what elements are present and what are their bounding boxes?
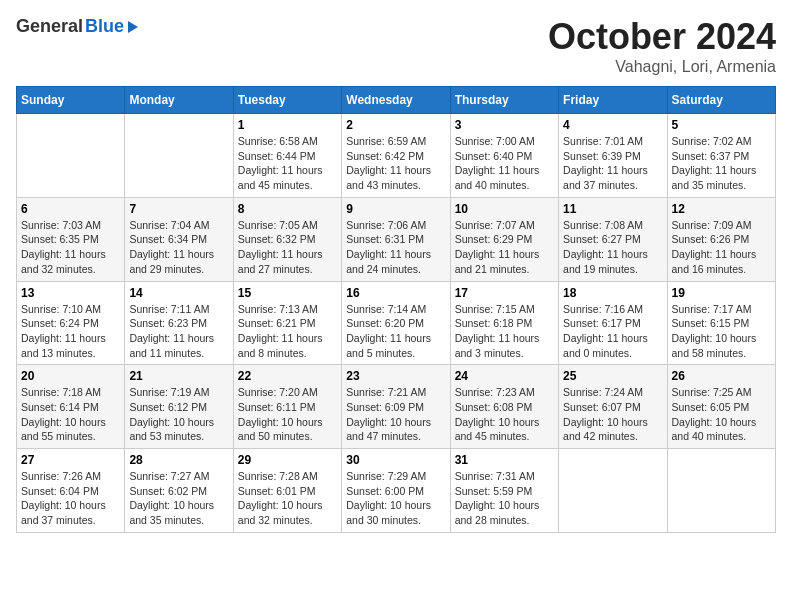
day-number: 14 (129, 286, 228, 300)
calendar-cell: 17Sunrise: 7:15 AMSunset: 6:18 PMDayligh… (450, 281, 558, 365)
day-number: 2 (346, 118, 445, 132)
location: Vahagni, Lori, Armenia (548, 58, 776, 76)
calendar-cell: 14Sunrise: 7:11 AMSunset: 6:23 PMDayligh… (125, 281, 233, 365)
day-number: 12 (672, 202, 771, 216)
day-info: Sunrise: 7:04 AMSunset: 6:34 PMDaylight:… (129, 218, 228, 277)
day-info: Sunrise: 7:13 AMSunset: 6:21 PMDaylight:… (238, 302, 337, 361)
day-number: 28 (129, 453, 228, 467)
day-number: 8 (238, 202, 337, 216)
day-info: Sunrise: 7:17 AMSunset: 6:15 PMDaylight:… (672, 302, 771, 361)
day-info: Sunrise: 7:15 AMSunset: 6:18 PMDaylight:… (455, 302, 554, 361)
calendar-cell: 26Sunrise: 7:25 AMSunset: 6:05 PMDayligh… (667, 365, 775, 449)
calendar-cell: 12Sunrise: 7:09 AMSunset: 6:26 PMDayligh… (667, 197, 775, 281)
calendar-week-row: 20Sunrise: 7:18 AMSunset: 6:14 PMDayligh… (17, 365, 776, 449)
calendar-cell: 28Sunrise: 7:27 AMSunset: 6:02 PMDayligh… (125, 449, 233, 533)
calendar-cell: 7Sunrise: 7:04 AMSunset: 6:34 PMDaylight… (125, 197, 233, 281)
calendar-cell: 6Sunrise: 7:03 AMSunset: 6:35 PMDaylight… (17, 197, 125, 281)
day-info: Sunrise: 7:10 AMSunset: 6:24 PMDaylight:… (21, 302, 120, 361)
day-number: 15 (238, 286, 337, 300)
day-info: Sunrise: 7:20 AMSunset: 6:11 PMDaylight:… (238, 385, 337, 444)
day-number: 3 (455, 118, 554, 132)
day-number: 10 (455, 202, 554, 216)
day-info: Sunrise: 6:58 AMSunset: 6:44 PMDaylight:… (238, 134, 337, 193)
day-info: Sunrise: 7:11 AMSunset: 6:23 PMDaylight:… (129, 302, 228, 361)
day-info: Sunrise: 7:08 AMSunset: 6:27 PMDaylight:… (563, 218, 662, 277)
day-info: Sunrise: 7:09 AMSunset: 6:26 PMDaylight:… (672, 218, 771, 277)
day-number: 11 (563, 202, 662, 216)
logo: General Blue (16, 16, 138, 37)
day-number: 21 (129, 369, 228, 383)
calendar-cell: 11Sunrise: 7:08 AMSunset: 6:27 PMDayligh… (559, 197, 667, 281)
calendar-cell: 2Sunrise: 6:59 AMSunset: 6:42 PMDaylight… (342, 114, 450, 198)
logo-blue: Blue (85, 16, 124, 37)
calendar-cell: 8Sunrise: 7:05 AMSunset: 6:32 PMDaylight… (233, 197, 341, 281)
day-number: 9 (346, 202, 445, 216)
day-info: Sunrise: 7:26 AMSunset: 6:04 PMDaylight:… (21, 469, 120, 528)
calendar-week-row: 27Sunrise: 7:26 AMSunset: 6:04 PMDayligh… (17, 449, 776, 533)
calendar-week-row: 1Sunrise: 6:58 AMSunset: 6:44 PMDaylight… (17, 114, 776, 198)
day-info: Sunrise: 7:06 AMSunset: 6:31 PMDaylight:… (346, 218, 445, 277)
day-number: 25 (563, 369, 662, 383)
calendar-cell: 1Sunrise: 6:58 AMSunset: 6:44 PMDaylight… (233, 114, 341, 198)
calendar-cell: 30Sunrise: 7:29 AMSunset: 6:00 PMDayligh… (342, 449, 450, 533)
day-number: 24 (455, 369, 554, 383)
day-number: 26 (672, 369, 771, 383)
day-info: Sunrise: 7:00 AMSunset: 6:40 PMDaylight:… (455, 134, 554, 193)
weekday-header: Saturday (667, 87, 775, 114)
calendar-cell: 16Sunrise: 7:14 AMSunset: 6:20 PMDayligh… (342, 281, 450, 365)
day-info: Sunrise: 7:19 AMSunset: 6:12 PMDaylight:… (129, 385, 228, 444)
weekday-header: Monday (125, 87, 233, 114)
day-number: 18 (563, 286, 662, 300)
day-number: 22 (238, 369, 337, 383)
day-info: Sunrise: 7:02 AMSunset: 6:37 PMDaylight:… (672, 134, 771, 193)
day-info: Sunrise: 7:27 AMSunset: 6:02 PMDaylight:… (129, 469, 228, 528)
day-info: Sunrise: 7:14 AMSunset: 6:20 PMDaylight:… (346, 302, 445, 361)
day-info: Sunrise: 6:59 AMSunset: 6:42 PMDaylight:… (346, 134, 445, 193)
weekday-header: Wednesday (342, 87, 450, 114)
day-info: Sunrise: 7:05 AMSunset: 6:32 PMDaylight:… (238, 218, 337, 277)
calendar-cell: 20Sunrise: 7:18 AMSunset: 6:14 PMDayligh… (17, 365, 125, 449)
calendar-cell: 10Sunrise: 7:07 AMSunset: 6:29 PMDayligh… (450, 197, 558, 281)
calendar-table: SundayMondayTuesdayWednesdayThursdayFrid… (16, 86, 776, 533)
day-number: 20 (21, 369, 120, 383)
calendar-header-row: SundayMondayTuesdayWednesdayThursdayFrid… (17, 87, 776, 114)
month-title: October 2024 (548, 16, 776, 58)
calendar-cell: 21Sunrise: 7:19 AMSunset: 6:12 PMDayligh… (125, 365, 233, 449)
day-number: 31 (455, 453, 554, 467)
weekday-header: Tuesday (233, 87, 341, 114)
day-number: 29 (238, 453, 337, 467)
day-info: Sunrise: 7:01 AMSunset: 6:39 PMDaylight:… (563, 134, 662, 193)
calendar-cell: 4Sunrise: 7:01 AMSunset: 6:39 PMDaylight… (559, 114, 667, 198)
logo-arrow-icon (128, 21, 138, 33)
day-info: Sunrise: 7:16 AMSunset: 6:17 PMDaylight:… (563, 302, 662, 361)
day-info: Sunrise: 7:18 AMSunset: 6:14 PMDaylight:… (21, 385, 120, 444)
calendar-cell: 25Sunrise: 7:24 AMSunset: 6:07 PMDayligh… (559, 365, 667, 449)
calendar-cell (667, 449, 775, 533)
day-info: Sunrise: 7:24 AMSunset: 6:07 PMDaylight:… (563, 385, 662, 444)
calendar-cell: 18Sunrise: 7:16 AMSunset: 6:17 PMDayligh… (559, 281, 667, 365)
day-info: Sunrise: 7:03 AMSunset: 6:35 PMDaylight:… (21, 218, 120, 277)
calendar-cell: 9Sunrise: 7:06 AMSunset: 6:31 PMDaylight… (342, 197, 450, 281)
calendar-cell: 19Sunrise: 7:17 AMSunset: 6:15 PMDayligh… (667, 281, 775, 365)
weekday-header: Thursday (450, 87, 558, 114)
day-info: Sunrise: 7:07 AMSunset: 6:29 PMDaylight:… (455, 218, 554, 277)
logo-general: General (16, 16, 83, 37)
calendar-cell: 13Sunrise: 7:10 AMSunset: 6:24 PMDayligh… (17, 281, 125, 365)
day-number: 30 (346, 453, 445, 467)
calendar-cell (125, 114, 233, 198)
calendar-cell: 22Sunrise: 7:20 AMSunset: 6:11 PMDayligh… (233, 365, 341, 449)
calendar-week-row: 6Sunrise: 7:03 AMSunset: 6:35 PMDaylight… (17, 197, 776, 281)
calendar-cell: 5Sunrise: 7:02 AMSunset: 6:37 PMDaylight… (667, 114, 775, 198)
calendar-cell (17, 114, 125, 198)
calendar-cell: 24Sunrise: 7:23 AMSunset: 6:08 PMDayligh… (450, 365, 558, 449)
weekday-header: Sunday (17, 87, 125, 114)
day-number: 17 (455, 286, 554, 300)
day-info: Sunrise: 7:23 AMSunset: 6:08 PMDaylight:… (455, 385, 554, 444)
day-info: Sunrise: 7:21 AMSunset: 6:09 PMDaylight:… (346, 385, 445, 444)
calendar-cell: 31Sunrise: 7:31 AMSunset: 5:59 PMDayligh… (450, 449, 558, 533)
calendar-cell: 15Sunrise: 7:13 AMSunset: 6:21 PMDayligh… (233, 281, 341, 365)
calendar-cell: 3Sunrise: 7:00 AMSunset: 6:40 PMDaylight… (450, 114, 558, 198)
day-number: 23 (346, 369, 445, 383)
calendar-cell (559, 449, 667, 533)
calendar-cell: 23Sunrise: 7:21 AMSunset: 6:09 PMDayligh… (342, 365, 450, 449)
